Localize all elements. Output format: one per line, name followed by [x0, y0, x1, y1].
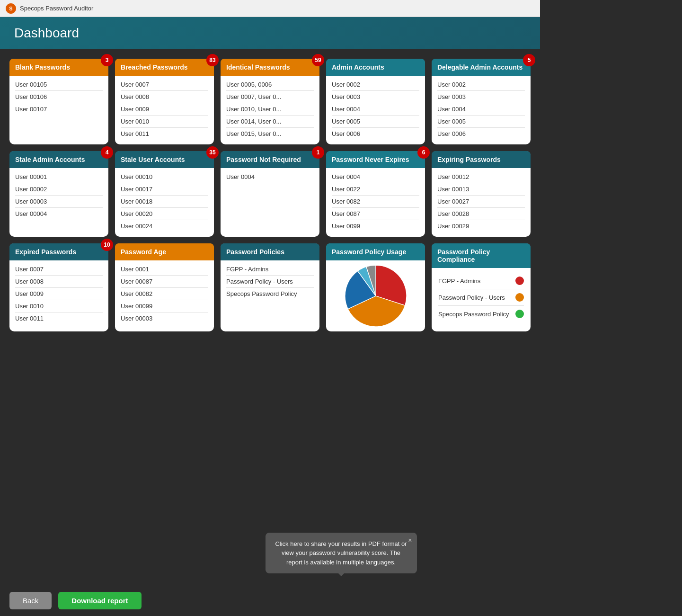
list-item[interactable]: User 0099 [332, 220, 419, 232]
list-item[interactable]: User 0004 [332, 171, 419, 183]
list-item[interactable]: User 0004 [226, 171, 314, 183]
list-item[interactable]: User 0011 [15, 312, 103, 324]
list-item[interactable]: User 0010, User 0... [226, 103, 314, 116]
list-item[interactable]: User 0008 [15, 276, 103, 288]
card-blank-passwords[interactable]: Blank Passwords3User 00105User 00106User… [9, 59, 108, 144]
card-body-expired-passwords: User 0007User 0008User 0009User 0010User… [9, 260, 108, 329]
card-header-password-policies: Password Policies [221, 243, 319, 260]
list-item[interactable]: User 0001 [121, 263, 208, 276]
list-item[interactable]: User 00017 [121, 183, 208, 196]
list-item[interactable]: User 0010 [15, 300, 103, 312]
list-item[interactable]: User 0003 [332, 91, 419, 103]
list-item[interactable]: User 00003 [15, 196, 103, 208]
list-item[interactable]: User 00028 [437, 208, 525, 220]
list-item[interactable]: User 00024 [121, 220, 208, 232]
badge-stale-user-accounts: 35 [206, 146, 219, 159]
cards-row-1: Blank Passwords3User 00105User 00106User… [9, 59, 531, 144]
compliance-row: Password Policy - Users [438, 289, 524, 306]
card-password-policy-usage[interactable]: Password Policy Usage [326, 243, 425, 331]
list-item[interactable]: Specops Password Policy [226, 288, 314, 300]
list-item[interactable]: User 00099 [121, 300, 208, 312]
list-item[interactable]: User 0005, 0006 [226, 79, 314, 91]
list-item[interactable]: User 00105 [15, 79, 103, 91]
card-password-policies[interactable]: Password PoliciesFGPP - AdminsPassword P… [221, 243, 319, 331]
close-icon[interactable]: × [408, 536, 412, 545]
card-stale-user-accounts[interactable]: Stale User Accounts35User 00010User 0001… [115, 151, 214, 237]
list-item[interactable]: User 00087 [121, 276, 208, 288]
list-item[interactable]: User 00013 [437, 183, 525, 196]
list-item[interactable]: User 0010 [121, 116, 208, 128]
list-item[interactable]: User 0011 [121, 128, 208, 140]
badge-password-not-required: 1 [312, 146, 324, 159]
list-item[interactable]: User 0005 [332, 116, 419, 128]
list-item[interactable]: User 00106 [15, 91, 103, 103]
card-header-password-not-required: Password Not Required1 [221, 151, 319, 168]
page-title: Dashboard [14, 26, 526, 41]
list-item[interactable]: User 0004 [332, 103, 419, 116]
card-stale-admin-accounts[interactable]: Stale Admin Accounts4User 00001User 0000… [9, 151, 108, 237]
list-item[interactable]: User 0008 [121, 91, 208, 103]
card-password-never-expires[interactable]: Password Never Expires6User 0004User 002… [326, 151, 425, 237]
card-body-stale-user-accounts: User 00010User 00017User 00018User 00020… [115, 168, 214, 237]
card-body-password-never-expires: User 0004User 0022User 0082User 0087User… [326, 168, 425, 237]
list-item[interactable]: User 0006 [437, 128, 525, 140]
list-item[interactable]: User 0009 [121, 103, 208, 116]
card-breached-passwords[interactable]: Breached Passwords83User 0007User 0008Us… [115, 59, 214, 144]
list-item[interactable]: User 00082 [121, 288, 208, 300]
cards-row-3: Expired Passwords10User 0007User 0008Use… [9, 243, 531, 331]
list-item[interactable]: User 0087 [332, 208, 419, 220]
dashboard-header: Dashboard [0, 17, 540, 49]
card-admin-accounts[interactable]: Admin AccountsUser 0002User 0003User 000… [326, 59, 425, 144]
list-item[interactable]: User 00004 [15, 208, 103, 220]
list-item[interactable]: User 0007 [121, 79, 208, 91]
list-item[interactable]: User 00002 [15, 183, 103, 196]
badge-breached-passwords: 83 [206, 54, 219, 66]
list-item[interactable]: User 0002 [332, 79, 419, 91]
list-item[interactable]: User 0002 [437, 79, 525, 91]
list-item[interactable]: User 0015, User 0... [226, 128, 314, 140]
list-item[interactable]: User 00001 [15, 171, 103, 183]
list-item[interactable]: User 00018 [121, 196, 208, 208]
list-item[interactable]: User 00029 [437, 220, 525, 232]
card-password-policy-compliance[interactable]: Password Policy ComplianceFGPP - AdminsP… [432, 243, 531, 331]
list-item[interactable]: User 0082 [332, 196, 419, 208]
card-expiring-passwords[interactable]: Expiring PasswordsUser 00012User 00013Us… [432, 151, 531, 237]
compliance-label: Password Policy - Users [438, 294, 511, 301]
list-item[interactable]: User 0009 [15, 288, 103, 300]
card-password-age[interactable]: Password AgeUser 0001User 00087User 0008… [115, 243, 214, 331]
badge-blank-passwords: 3 [101, 54, 113, 66]
card-body-password-policies: FGPP - AdminsPassword Policy - UsersSpec… [221, 260, 319, 304]
list-item[interactable]: User 0004 [437, 103, 525, 116]
list-item[interactable]: User 0014, User 0... [226, 116, 314, 128]
card-header-password-age: Password Age [115, 243, 214, 260]
titlebar: S Specops Password Auditor [0, 0, 540, 17]
card-identical-passwords[interactable]: Identical Passwords59User 0005, 0006User… [221, 59, 319, 144]
card-body-blank-passwords: User 00105User 00106User 00107 [9, 76, 108, 120]
tooltip-text: Click here to share your results in PDF … [275, 540, 407, 566]
list-item[interactable]: User 00012 [437, 171, 525, 183]
download-report-button[interactable]: Download report [58, 592, 141, 609]
card-header-identical-passwords: Identical Passwords59 [221, 59, 319, 76]
card-body-expiring-passwords: User 00012User 00013User 00027User 00028… [432, 168, 531, 237]
card-header-stale-user-accounts: Stale User Accounts35 [115, 151, 214, 168]
list-item[interactable]: User 00003 [121, 312, 208, 324]
list-item[interactable]: User 0007 [15, 263, 103, 276]
list-item[interactable]: FGPP - Admins [226, 263, 314, 276]
back-button[interactable]: Back [9, 592, 52, 609]
card-header-blank-passwords: Blank Passwords3 [9, 59, 108, 76]
card-delegable-admin-accounts[interactable]: Delegable Admin Accounts5User 0002User 0… [432, 59, 531, 144]
list-item[interactable]: User 0007, User 0... [226, 91, 314, 103]
list-item[interactable]: User 0005 [437, 116, 525, 128]
list-item[interactable]: User 00020 [121, 208, 208, 220]
list-item[interactable]: User 0022 [332, 183, 419, 196]
list-item[interactable]: Password Policy - Users [226, 276, 314, 288]
list-item[interactable]: User 00027 [437, 196, 525, 208]
card-body-password-age: User 0001User 00087User 00082User 00099U… [115, 260, 214, 329]
list-item[interactable]: User 00107 [15, 103, 103, 115]
list-item[interactable]: User 0003 [437, 91, 525, 103]
card-expired-passwords[interactable]: Expired Passwords10User 0007User 0008Use… [9, 243, 108, 331]
compliance-dot [515, 277, 524, 285]
list-item[interactable]: User 0006 [332, 128, 419, 140]
list-item[interactable]: User 00010 [121, 171, 208, 183]
card-password-not-required[interactable]: Password Not Required1User 0004 [221, 151, 319, 237]
